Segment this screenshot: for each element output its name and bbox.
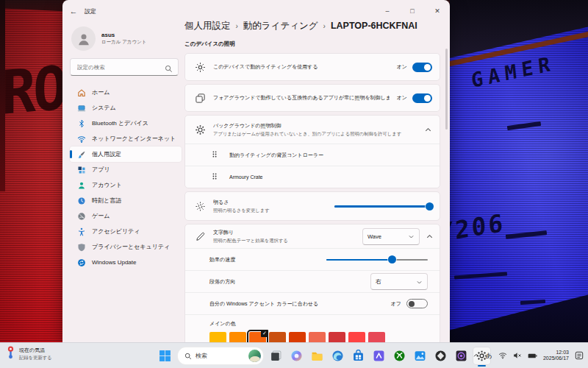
- sidebar-item[interactable]: 個人用設定: [70, 146, 182, 162]
- search-input[interactable]: [76, 63, 159, 71]
- weather-widget[interactable]: 現在の気温 記録を更新する: [6, 346, 52, 362]
- color-swatch[interactable]: [229, 332, 246, 343]
- search-icon: [165, 63, 173, 76]
- sidebar-nav: ホームシステムBluetooth とデバイスネットワークとインターネット個人用設…: [70, 85, 182, 270]
- expander-effects[interactable]: 文字飾り 照明の配色テーマと効果を選択する Wave: [185, 224, 440, 248]
- color-swatch[interactable]: [368, 332, 385, 343]
- selection-indicator: [70, 150, 72, 158]
- store-icon[interactable]: [350, 347, 367, 364]
- row-use-dynamic-lighting: このデバイスで動的ライティングを使用する オン: [185, 54, 440, 80]
- accent-color-toggle[interactable]: [406, 299, 428, 308]
- brightness-slider[interactable]: [334, 202, 434, 210]
- sidebar-item[interactable]: プライバシーとセキュリティ: [70, 239, 182, 255]
- foreground-app-icon: [194, 92, 206, 104]
- color-swatch[interactable]: [329, 332, 345, 343]
- main-content: 個人用設定 › 動的ライティング › LAPTOP-6HCKFNAI このデバイ…: [183, 0, 450, 343]
- setting-subtitle: 照明の配色テーマと効果を選択する: [213, 238, 355, 244]
- selection-indicator: [70, 258, 72, 266]
- foreground-toggle[interactable]: [412, 93, 432, 103]
- armoury-crate-icon[interactable]: [453, 347, 470, 364]
- direction-dropdown[interactable]: 右: [370, 273, 428, 290]
- slider-knob[interactable]: [388, 255, 396, 263]
- row-direction: 段落の方向 右: [185, 270, 440, 292]
- row-effect-speed: 効果の速度: [185, 248, 440, 270]
- list-item-bg-controller[interactable]: 動的ライティングの背景コントローラー: [185, 144, 440, 166]
- taskbar: 現在の気温 記録を更新する 検索 あ: [0, 342, 588, 368]
- ime-indicator[interactable]: あ: [486, 351, 492, 361]
- bluetooth-icon: [76, 118, 86, 128]
- sidebar-item[interactable]: 時刻と言語: [70, 193, 182, 208]
- dark-app-icon[interactable]: [432, 347, 449, 364]
- wallpaper-text-left: RO: [1, 53, 65, 128]
- breadcrumb-dynamic-lighting[interactable]: 動的ライティング: [243, 20, 318, 32]
- wifi-icon[interactable]: [498, 352, 507, 359]
- start-button[interactable]: [156, 347, 173, 364]
- setting-title: バックグラウンドの照明制御: [213, 122, 416, 130]
- speed-slider[interactable]: [326, 255, 428, 264]
- use-lighting-toggle[interactable]: [412, 63, 432, 72]
- notification-icon[interactable]: [575, 351, 584, 360]
- effect-dropdown[interactable]: Wave: [362, 228, 420, 245]
- volume-muted-icon[interactable]: [513, 352, 522, 359]
- color-swatch[interactable]: [348, 332, 365, 343]
- sidebar-item[interactable]: アプリ: [70, 162, 182, 177]
- clock-date: 2025/06/17: [543, 355, 569, 362]
- sidebar-item[interactable]: Windows Update: [70, 255, 182, 270]
- account-block[interactable]: asus ローカル アカウント: [71, 26, 182, 51]
- xbox-icon[interactable]: [391, 347, 408, 364]
- breadcrumb-personalization[interactable]: 個人用設定: [184, 20, 231, 32]
- widget-line1: 現在の気温: [19, 347, 52, 354]
- sidebar-item[interactable]: システム: [70, 100, 182, 116]
- taskbar-clock[interactable]: 12:03 2025/06/17: [543, 350, 569, 362]
- chevron-up-icon[interactable]: [425, 232, 434, 241]
- chevron-up-icon[interactable]: [423, 125, 432, 134]
- expander-background-control[interactable]: バックグラウンドの照明制御 アプリまたはゲームが使用されていないとき、別のアプリ…: [185, 116, 440, 144]
- settings-search-box[interactable]: [70, 58, 179, 76]
- drag-handle-icon[interactable]: [212, 171, 218, 184]
- copilot-icon[interactable]: [288, 347, 305, 364]
- sidebar-item[interactable]: アクセシビリティ: [70, 224, 182, 239]
- card-use-dynamic-lighting: このデバイスで動的ライティングを使用する オン: [184, 53, 440, 81]
- system-icon: [76, 103, 86, 113]
- sidebar-item[interactable]: Bluetooth とデバイス: [70, 116, 182, 131]
- effect-dropdown-value: Wave: [368, 233, 408, 240]
- row-main-color: メインの色 ✓: [185, 314, 440, 343]
- task-view-icon[interactable]: [268, 347, 284, 364]
- setting-subtitle: アプリまたはゲームが使用されていないとき、別のアプリによる照明の制御を許可します: [213, 131, 416, 138]
- photos-icon[interactable]: [412, 347, 429, 364]
- color-swatch[interactable]: [289, 332, 306, 343]
- purple-app-icon[interactable]: [370, 347, 387, 364]
- selection-indicator: [70, 197, 72, 205]
- avatar: [71, 26, 96, 51]
- sidebar-item[interactable]: アカウント: [70, 177, 182, 193]
- file-explorer-icon[interactable]: [309, 347, 326, 364]
- wallpaper-dash: [506, 230, 547, 239]
- sidebar-item-label: Windows Update: [92, 259, 136, 266]
- sidebar-item[interactable]: ホーム: [70, 85, 182, 100]
- wallpaper-dash: [507, 121, 541, 130]
- search-highlight-image[interactable]: [248, 350, 261, 362]
- setting-title: 自分の Windows アクセント カラーに合わせる: [209, 300, 318, 308]
- edge-icon[interactable]: [329, 347, 346, 364]
- list-item-armoury-crate[interactable]: Armoury Crate: [185, 166, 440, 188]
- breadcrumb: 個人用設定 › 動的ライティング › LAPTOP-6HCKFNAI: [184, 18, 440, 33]
- slider-knob[interactable]: [426, 202, 434, 210]
- battery-icon[interactable]: [528, 353, 537, 359]
- back-button[interactable]: ←: [62, 7, 85, 15]
- tray-chevron-icon[interactable]: [473, 352, 480, 359]
- drag-handle-icon[interactable]: [212, 149, 218, 162]
- wallpaper-right-blue-wall: GAMER Y206: [450, 0, 588, 343]
- sidebar-item[interactable]: ゲーム: [70, 208, 182, 224]
- color-swatch[interactable]: [269, 332, 286, 343]
- color-swatch[interactable]: [309, 332, 326, 343]
- widget-line2: 記録を更新する: [19, 355, 52, 361]
- thermometer-icon: [6, 346, 15, 362]
- color-swatch[interactable]: [209, 332, 226, 343]
- list-item-label: 動的ライティングの背景コントローラー: [229, 152, 323, 159]
- sidebar-item[interactable]: ネットワークとインターネット: [70, 131, 182, 146]
- taskbar-search[interactable]: 検索: [177, 347, 264, 365]
- sidebar-item-label: アカウント: [92, 181, 122, 189]
- color-swatch[interactable]: ✓: [249, 332, 266, 343]
- breadcrumb-separator: ›: [323, 22, 326, 30]
- scrollbar[interactable]: [445, 49, 448, 130]
